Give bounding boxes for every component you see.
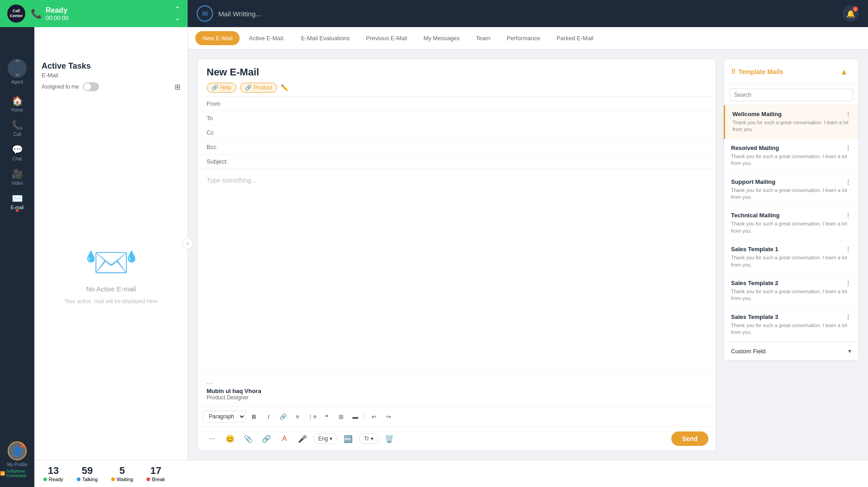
cc-input[interactable]	[225, 129, 707, 136]
template-collapse-button[interactable]: ▲	[837, 65, 851, 79]
to-input[interactable]	[225, 115, 707, 122]
panel-collapse-button[interactable]: ›	[182, 238, 193, 249]
template-preview: Thank you for such a great conversation.…	[731, 187, 851, 201]
mail-writing-label: Mail Writting...	[218, 10, 261, 18]
more-options-button[interactable]: ···	[205, 431, 219, 446]
template-more-icon[interactable]: ⋮	[845, 314, 851, 321]
tab-email-evaluations[interactable]: E-Mail Evaluations	[294, 31, 357, 45]
app-logo: CallCenter	[7, 5, 25, 23]
video-label: Video	[11, 181, 23, 186]
template-item-resolved-mailing[interactable]: Resolved Mailing ⋮ Thank you for such a …	[724, 139, 859, 173]
template-preview: Thank you for such a great conversation.…	[731, 254, 851, 268]
tab-active-email[interactable]: Active E-Mail.	[241, 31, 292, 45]
profile-label: My Profile	[7, 462, 27, 467]
profile-badge: 3	[20, 441, 27, 448]
bullet-list-button[interactable]: ≡	[291, 410, 304, 423]
compose-body[interactable]: Type something...	[198, 169, 716, 372]
sidebar-item-video[interactable]: 🎥 Video	[0, 165, 34, 189]
tasks-subtitle: E-Mail	[42, 72, 180, 79]
attachment-button[interactable]: 📎	[241, 431, 255, 446]
translate-icon-button[interactable]: 🔤	[341, 431, 355, 446]
template-search	[724, 85, 859, 105]
bcc-input[interactable]	[225, 144, 707, 150]
template-item-sales-template-3[interactable]: Sales Template 3 ⋮ Thank you for such a …	[724, 308, 859, 342]
tab-my-messages[interactable]: My Messages	[416, 31, 467, 45]
font-color-button[interactable]: A	[277, 431, 292, 446]
template-item-sales-template-2[interactable]: Sales Template 2 ⋮ Thank you for such a …	[724, 274, 859, 308]
template-more-icon[interactable]: ⋮	[845, 280, 851, 287]
template-panel: ⠿ Template Mails ▲ Wellcome Mailing ⋮ Th…	[723, 59, 859, 361]
email-area: New E-Mail 🔗 Help 🔗 Product ✏️ From	[188, 50, 868, 460]
field-cc: Cc	[198, 126, 716, 140]
sort-icon[interactable]: ⊞	[175, 83, 180, 91]
subject-input[interactable]	[231, 158, 707, 165]
sidebar-item-chat[interactable]: 💬 Chat	[0, 140, 34, 165]
stat-ready: 13 Ready	[43, 466, 63, 482]
quote-button[interactable]: ❝	[320, 410, 333, 423]
italic-button[interactable]: I	[262, 410, 275, 423]
top-bar-right: ✉ Mail Writting... 🔔 3	[188, 0, 868, 27]
template-title: ⠿ Template Mails	[731, 68, 783, 75]
assigned-toggle[interactable]	[83, 82, 99, 91]
notification-button[interactable]: 🔔 3	[843, 5, 859, 22]
tr-selector[interactable]: Tr ▾	[359, 433, 378, 444]
tab-previous-email[interactable]: Previous E-Mail	[359, 31, 415, 45]
ready-count: 13	[48, 466, 59, 476]
notification-badge: 3	[853, 6, 858, 12]
template-search-input[interactable]	[729, 89, 853, 101]
template-item-support-mailing[interactable]: Support Mailing ⋮ Thank you for such a g…	[724, 173, 859, 207]
bold-button[interactable]: B	[248, 410, 260, 423]
compose-fields: From To Cc Bcc	[198, 96, 716, 155]
from-input[interactable]	[225, 100, 707, 107]
sidebar-item-call[interactable]: 📞 Call	[0, 116, 34, 140]
sig-dots: ...	[207, 378, 707, 386]
template-item-welcome-mailing[interactable]: Wellcome Mailing ⋮ Thank you for such a …	[724, 105, 859, 139]
template-name: Technical Mailing ⋮	[731, 212, 851, 219]
softphone-status: 📶 Softphone Connected	[0, 469, 34, 478]
sidebar-item-email[interactable]: ✉️ E-mail	[0, 189, 34, 214]
stat-waiting: 5 Waiting	[111, 466, 133, 482]
table-button[interactable]: ⊞	[335, 410, 347, 423]
numbered-list-button[interactable]: ⋮≡	[306, 410, 318, 423]
ready-dot	[43, 478, 47, 481]
undo-button[interactable]: ↩	[368, 410, 380, 423]
language-selector[interactable]: Eng ▾	[313, 433, 337, 444]
send-button[interactable]: Send	[671, 431, 708, 446]
emoji-button[interactable]: 😊	[223, 431, 237, 446]
tag-help[interactable]: 🔗 Help	[207, 83, 236, 93]
tab-parked-email[interactable]: Parked E-Mail	[549, 31, 601, 45]
sig-name: Mubin ul haq Vhora	[207, 388, 707, 394]
delete-button[interactable]: 🗑️	[382, 431, 396, 446]
tab-team[interactable]: Team	[469, 31, 498, 45]
tag-edit-icon[interactable]: ✏️	[281, 84, 288, 91]
tag-product[interactable]: 🔗 Product	[240, 83, 277, 93]
template-item-technical-mailing[interactable]: Technical Mailing ⋮ Thank you for such a…	[724, 206, 859, 240]
status-chevron[interactable]: ⌃⌄	[175, 5, 180, 22]
tab-new-email[interactable]: New E-Mail	[195, 31, 240, 45]
empty-state: 💧 ✉️ 💧 No Active E-mail Your active. mai…	[34, 95, 188, 455]
video-icon: 🎥	[12, 169, 23, 179]
mic-button[interactable]: 🎤	[295, 431, 310, 446]
assigned-label: Assigned to me	[42, 84, 79, 90]
paragraph-select[interactable]: Paragraph	[203, 411, 246, 422]
link-button[interactable]: 🔗	[277, 410, 289, 423]
link-attach-button[interactable]: 🔗	[259, 431, 274, 446]
template-more-icon[interactable]: ⋮	[845, 246, 851, 253]
hr-button[interactable]: ▬	[349, 410, 362, 423]
email-label: E-mail	[11, 205, 24, 210]
template-more-icon[interactable]: ⋮	[845, 212, 851, 219]
tab-performance[interactable]: Performance	[500, 31, 547, 45]
sidebar-item-home[interactable]: 🏠 Home	[0, 92, 34, 116]
custom-field-bar: Custom Field ▾	[724, 342, 859, 360]
custom-field-chevron[interactable]: ▾	[848, 347, 851, 355]
template-panel-wrapper: ⠿ Template Mails ▲ Wellcome Mailing ⋮ Th…	[723, 59, 859, 451]
template-item-sales-template-1[interactable]: Sales Template 1 ⋮ Thank you for such a …	[724, 240, 859, 274]
lang-chevron-icon: ▾	[330, 435, 332, 442]
template-more-icon[interactable]: ⋮	[845, 111, 851, 118]
my-profile-button[interactable]: 👤 3 My Profile 📶 Softphone Connected	[0, 441, 34, 478]
break-label: Break	[146, 477, 165, 482]
redo-button[interactable]: ↪	[382, 410, 395, 423]
template-more-icon[interactable]: ⋮	[845, 145, 851, 152]
template-name: Wellcome Mailing ⋮	[732, 111, 851, 118]
template-more-icon[interactable]: ⋮	[845, 178, 851, 186]
